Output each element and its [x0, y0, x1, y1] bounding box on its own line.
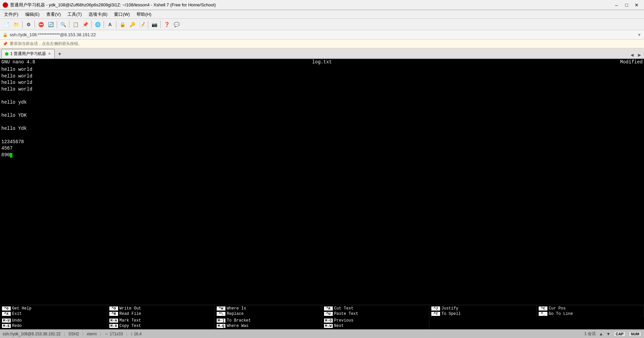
label-write: Write Out	[119, 306, 141, 311]
lock-icon: 🔒	[3, 33, 8, 37]
menu-file[interactable]: 文件(F)	[1, 11, 21, 18]
nano-cmd-justify-spell: ^J Justify ^T To Spell	[429, 305, 537, 317]
label-mark: Mark Text	[119, 318, 141, 323]
disconnect-button[interactable]: ⛔	[37, 20, 45, 29]
text-cursor	[10, 153, 12, 158]
shortcut-paste[interactable]: ^U	[324, 312, 333, 316]
shortcut-copy[interactable]: M-6	[109, 324, 118, 328]
help-button[interactable]: ❓	[162, 20, 171, 29]
reconnect-button[interactable]: 🔄	[46, 20, 55, 29]
shortcut-bracket[interactable]: M-]	[217, 319, 225, 323]
title-bar: 普通用户学习机器 - ydk_108@iZuf68hz06p6s2809gl3i…	[0, 0, 644, 10]
key-button[interactable]: 🔑	[128, 20, 137, 29]
lock-button[interactable]: 🔒	[118, 20, 127, 29]
label-read: Read File	[119, 312, 141, 316]
paste-button[interactable]: 📌	[81, 20, 90, 29]
tab-prev-button[interactable]: ◀	[629, 52, 635, 58]
nano-cmd-next: M-W Next	[324, 324, 427, 328]
shortcut-prev[interactable]: M-O	[324, 319, 333, 323]
nano-cmd-cut: ^K Cut Text	[324, 306, 427, 311]
label-get-help: Get Help	[12, 306, 32, 311]
menu-view[interactable]: 查看(V)	[44, 11, 63, 18]
shortcut-read[interactable]: ^R	[109, 312, 118, 316]
shortcut-justify[interactable]: ^J	[431, 306, 440, 311]
toolbar-sep-1	[22, 21, 22, 28]
nano-cmd-get-help: ^G Get Help	[2, 306, 105, 311]
new-session-button[interactable]: 📄	[2, 20, 11, 29]
shortcut-curpos[interactable]: ^C	[539, 306, 547, 311]
toolbar-sep-2	[35, 21, 35, 28]
status-right: 1 会话 ▲ ▼ CAP NUM	[584, 331, 641, 337]
nano-cmd-undo-redo: M-U Undo M-E Redo	[0, 317, 107, 329]
active-tab[interactable]: 1 普通用户学习机器 ✕	[1, 49, 55, 58]
shortcut-next[interactable]: M-W	[324, 324, 333, 328]
label-undo: Undo	[12, 318, 22, 323]
scroll-down-icon[interactable]: ▼	[606, 332, 610, 336]
label-curpos: Cur Pos	[549, 306, 566, 311]
nano-cmd-get-help-exit: ^G Get Help ^X Exit	[0, 305, 107, 317]
menu-window[interactable]: 窗口(W)	[111, 11, 132, 18]
nano-cmd-paste: ^U Paste Text	[324, 312, 427, 316]
menu-tabs[interactable]: 选项卡(B)	[86, 11, 110, 18]
nano-cmd-exit: ^X Exit	[2, 312, 105, 316]
menu-tools[interactable]: 工具(T)	[65, 11, 85, 18]
nano-cmd-justify: ^J Justify	[431, 306, 534, 311]
address-bar: 🔒 ssh://ydk_108:*************@8.153.38.1…	[0, 30, 644, 40]
address-dropdown-icon[interactable]: ▼	[637, 33, 641, 37]
scroll-up-icon[interactable]: ▲	[599, 332, 603, 336]
info-icon: 📌	[3, 42, 8, 46]
open-button[interactable]: 📁	[12, 20, 20, 29]
window-title: 普通用户学习机器 - ydk_108@iZuf68hz06p6s2809gl3i…	[10, 2, 216, 8]
globe-button[interactable]: 🌐	[93, 20, 102, 29]
maximize-button[interactable]: □	[622, 1, 631, 9]
shortcut-where[interactable]: ^W	[217, 306, 225, 311]
tab-status-dot	[5, 52, 8, 56]
tab-next-button[interactable]: ▶	[636, 52, 643, 58]
shortcut-redo[interactable]: M-E	[2, 324, 11, 328]
position-status: ↕ 16,4	[131, 332, 142, 336]
nano-cmd-curpos: ^C Cur Pos	[539, 306, 642, 311]
shortcut-replace[interactable]: ^\	[217, 312, 225, 316]
shortcut-undo[interactable]: M-U	[2, 319, 11, 323]
protocol-status: SSH2	[68, 332, 79, 336]
terminal-content[interactable]: hello world hello world hello world hell…	[0, 65, 644, 305]
tab-label: 1 普通用户学习机器	[10, 51, 46, 57]
label-redo: Redo	[12, 324, 22, 328]
screenshot-button[interactable]: 📷	[150, 20, 159, 29]
label-copy: Copy Text	[119, 324, 141, 328]
menu-edit[interactable]: 编辑(E)	[22, 11, 42, 18]
shortcut-spell[interactable]: ^T	[431, 312, 440, 316]
nano-cmd-where: ^W Where Is	[217, 306, 320, 311]
properties-button[interactable]: ⚙	[24, 20, 33, 29]
toolbar-sep-7	[116, 21, 116, 28]
find-button[interactable]: 🔍	[59, 20, 67, 29]
shortcut-cut[interactable]: ^K	[324, 306, 333, 311]
nano-cmd-was: M-Q Where Was	[217, 324, 320, 328]
menu-help[interactable]: 帮助(H)	[134, 11, 154, 18]
shortcut-write[interactable]: ^O	[109, 306, 118, 311]
tab-bar: 1 普通用户学习机器 ✕ + ◀ ▶	[0, 48, 644, 59]
label-exit: Exit	[12, 312, 22, 316]
font-button[interactable]: A	[106, 20, 114, 29]
add-tab-button[interactable]: +	[55, 50, 64, 58]
chat-button[interactable]: 💬	[172, 20, 181, 29]
shortcut-get-help[interactable]: ^G	[2, 306, 11, 311]
info-bar: 📌 要添加当前会话，点击左侧的箭头按钮。	[0, 40, 644, 48]
nano-modified: Modified	[482, 59, 643, 65]
minimize-button[interactable]: –	[612, 1, 621, 9]
close-button[interactable]: ✕	[632, 1, 641, 9]
label-paste: Paste Text	[334, 312, 358, 316]
shortcut-was[interactable]: M-Q	[217, 324, 225, 328]
num-badge: NUM	[629, 331, 641, 337]
shortcut-exit[interactable]: ^X	[2, 312, 11, 316]
shortcut-goto[interactable]: ^_	[539, 312, 547, 316]
tab-close-button[interactable]: ✕	[48, 52, 51, 56]
label-where: Where Is	[227, 306, 246, 311]
shortcut-mark[interactable]: M-A	[109, 319, 118, 323]
label-prev: Previous	[334, 318, 354, 323]
nano-footer: ^G Get Help ^X Exit ^O Write Out ^R Read…	[0, 305, 644, 329]
status-sep-3: |	[100, 332, 101, 336]
copy-button[interactable]: 📋	[71, 20, 80, 29]
toolbar-sep-3	[57, 21, 57, 28]
script-button[interactable]: 📝	[138, 20, 146, 29]
